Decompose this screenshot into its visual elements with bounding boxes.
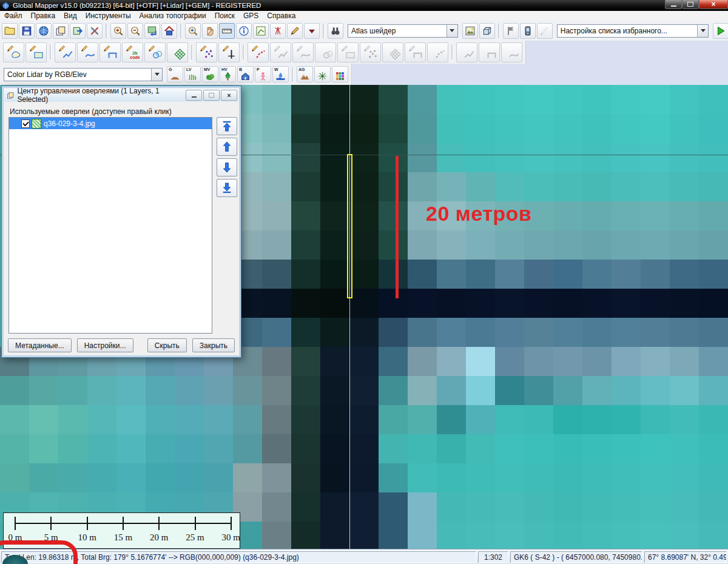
lidar-water-icon <box>275 71 286 81</box>
move-layer-down-button[interactable] <box>217 158 237 176</box>
snap-vertex-tool-button[interactable] <box>456 42 477 62</box>
lidar-low-vegetation-button[interactable]: LV <box>184 66 201 82</box>
chevron-down-icon[interactable] <box>151 69 162 81</box>
create-vertical-profile-button[interactable] <box>218 42 240 62</box>
combine-selected-features-button[interactable] <box>382 42 403 62</box>
menu-item[interactable]: Поиск <box>211 12 239 20</box>
digitizer-tool-button[interactable] <box>287 23 303 39</box>
export-button[interactable] <box>70 23 86 39</box>
flag-waypoint-button[interactable] <box>503 23 519 39</box>
menu-item[interactable]: Вид <box>59 12 81 20</box>
dialog-close-button[interactable]: × <box>221 90 237 101</box>
home-view-button[interactable] <box>161 23 177 39</box>
lidar-medium-vegetation-button[interactable]: MV <box>202 66 218 82</box>
rotate-selected-features-button[interactable] <box>315 42 336 62</box>
create-rectangle-area-button[interactable] <box>25 42 47 62</box>
terrain-shader-button[interactable] <box>462 23 478 39</box>
undo-digitization-button[interactable] <box>501 42 522 62</box>
lidar-filter-button[interactable] <box>314 66 331 82</box>
edit-selected-features-button[interactable] <box>270 42 291 62</box>
move-layer-up-button[interactable] <box>217 138 237 156</box>
map-pixel <box>58 376 87 405</box>
options-button[interactable]: Настройки... <box>77 338 133 352</box>
lidar-water-button[interactable]: W <box>272 66 289 82</box>
close-icon: × <box>227 92 231 99</box>
dialog-minimize-button[interactable] <box>186 90 202 101</box>
overlay-control-center-button[interactable] <box>53 23 69 39</box>
download-online-imagery-button[interactable] <box>36 23 52 39</box>
menu-item[interactable]: Правка <box>27 12 60 20</box>
pan-tool-button[interactable] <box>202 23 218 39</box>
more-tools-dropdown-button[interactable] <box>304 23 320 39</box>
minimize-button[interactable] <box>665 0 682 9</box>
gps-device-button[interactable] <box>520 23 536 39</box>
map-pixel <box>582 230 612 260</box>
split-selected-features-button[interactable] <box>360 42 381 62</box>
chevron-down-icon[interactable] <box>447 25 457 37</box>
map-pixel <box>612 463 641 492</box>
buffer-selected-features-button[interactable] <box>427 42 448 62</box>
menu-item[interactable]: Инструменты <box>81 12 135 20</box>
create-coded-feature-button[interactable] <box>122 42 143 62</box>
run-favorite-button[interactable] <box>713 23 728 39</box>
create-point-feature-button[interactable] <box>196 42 217 62</box>
menu-item[interactable]: Анализ топографии <box>135 12 211 20</box>
toolbar-separator <box>191 45 193 59</box>
measure-tool-button[interactable] <box>219 23 235 39</box>
search-button[interactable] <box>328 23 343 39</box>
view-3d-button[interactable] <box>479 23 495 39</box>
zoom-out-button[interactable] <box>127 23 143 39</box>
close-dialog-button[interactable]: Закрыть <box>192 338 235 352</box>
create-area-feature-button[interactable] <box>3 42 24 62</box>
move-layer-up-icon <box>221 141 233 153</box>
close-button[interactable]: × <box>699 0 728 9</box>
map-pixel <box>612 260 641 289</box>
lidar-building-button[interactable]: B <box>237 66 254 82</box>
lidar-ground-button[interactable]: G <box>167 66 183 82</box>
move-layer-to-top-button[interactable] <box>217 117 237 135</box>
shader-combo[interactable]: Atlas шейдер <box>348 24 458 38</box>
zoom-tool-button[interactable] <box>185 23 201 39</box>
gps-track-button[interactable] <box>537 23 553 39</box>
open-file-button[interactable] <box>2 23 18 39</box>
lidar-draw-mode-combo[interactable]: Color Lidar by RGB/Elev <box>4 68 163 81</box>
lidar-palette-button[interactable] <box>332 66 348 82</box>
create-freehand-line-button[interactable] <box>77 42 98 62</box>
export-selected-button[interactable] <box>479 42 500 62</box>
lidar-above-ground-button[interactable]: AG <box>297 66 313 82</box>
layer-row-selected[interactable]: q36-029-3-4.jpg <box>9 118 212 129</box>
crop-selected-features-button[interactable] <box>405 42 426 62</box>
menu-item[interactable]: Файл <box>0 12 27 20</box>
zoom-in-button[interactable] <box>110 23 126 39</box>
create-ellipse-feature-button[interactable] <box>144 42 166 62</box>
create-rectangle-line-button[interactable] <box>99 42 121 62</box>
feature-info-tool-button[interactable] <box>236 23 252 39</box>
layer-list[interactable]: q36-029-3-4.jpg <box>8 117 212 334</box>
dialog-title-bar[interactable]: Центр управления оверлеями (1 Layers, 1 … <box>4 89 238 102</box>
move-layer-to-bottom-button[interactable] <box>217 179 237 197</box>
move-selected-features-button[interactable] <box>292 42 314 62</box>
menu-item[interactable]: GPS <box>239 12 263 20</box>
create-range-ring-button[interactable] <box>248 42 269 62</box>
map-pixel <box>641 318 670 347</box>
lidar-power-button[interactable]: P <box>255 66 271 82</box>
create-grid-feature-button[interactable] <box>167 42 188 62</box>
configure-button[interactable] <box>87 23 103 39</box>
full-view-button[interactable] <box>144 23 160 39</box>
lidar-high-vegetation-button[interactable]: HV <box>220 66 236 82</box>
scale-selected-features-button[interactable] <box>337 42 359 62</box>
maximize-button[interactable] <box>682 0 699 9</box>
map-pixel <box>408 318 437 347</box>
path-profile-button[interactable] <box>253 23 269 39</box>
save-workspace-button[interactable] <box>19 23 35 39</box>
app-globe-icon <box>2 2 10 10</box>
create-line-feature-button[interactable] <box>55 42 76 62</box>
favorites-combo[interactable]: Настройка списка избранного... <box>557 24 709 38</box>
layer-checkbox[interactable] <box>21 119 30 128</box>
metadata-button[interactable]: Метаданные... <box>8 338 72 352</box>
chevron-down-icon[interactable] <box>697 25 708 37</box>
menu-item[interactable]: Справка <box>263 12 300 20</box>
view-shed-button[interactable] <box>270 23 286 39</box>
hide-button[interactable]: Скрыть <box>147 338 187 352</box>
dialog-maximize-button[interactable] <box>203 90 220 101</box>
